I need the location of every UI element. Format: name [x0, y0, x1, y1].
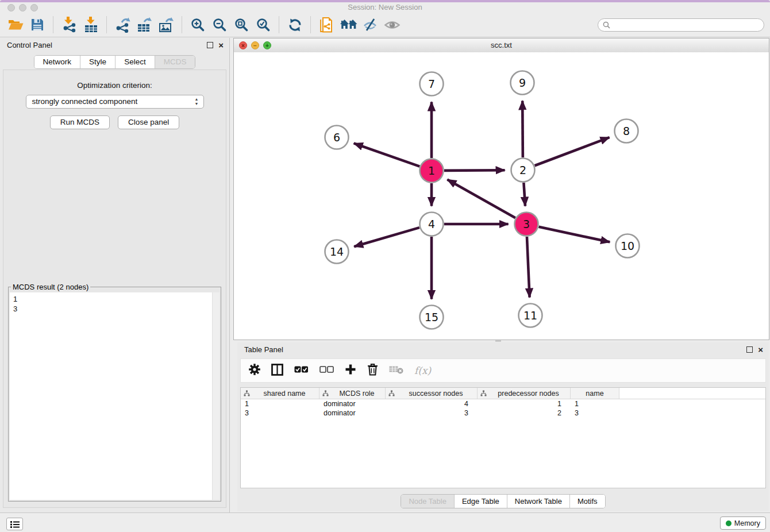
- table-cell[interactable]: dominator: [319, 408, 386, 418]
- zoom-out-button[interactable]: [209, 14, 230, 35]
- export-network-button[interactable]: [111, 14, 133, 35]
- node-table[interactable]: shared nameMCDS rolesuccessor nodesprede…: [240, 387, 766, 488]
- table-cell[interactable]: dominator: [319, 399, 386, 408]
- table-cell[interactable]: 1: [241, 399, 319, 408]
- node-9[interactable]: 9: [511, 71, 534, 95]
- mcds-result-box[interactable]: 13: [10, 292, 220, 500]
- network-minimize-icon[interactable]: −: [251, 41, 259, 49]
- save-session-button[interactable]: [26, 14, 48, 35]
- tab-select[interactable]: Select: [116, 56, 155, 68]
- column-header-name[interactable]: name: [571, 388, 619, 399]
- open-session-button[interactable]: [5, 14, 26, 35]
- float-table-panel-icon[interactable]: [746, 346, 753, 353]
- node-2[interactable]: 2: [511, 159, 535, 182]
- unchecked-boxes-icon: [319, 365, 334, 373]
- edge-2-8[interactable]: [535, 137, 610, 165]
- svg-text:1: 1: [428, 164, 435, 177]
- import-table-icon: [83, 17, 99, 33]
- edge-1-2[interactable]: [444, 170, 505, 171]
- control-panel-title: Control Panel: [7, 38, 52, 53]
- node-6[interactable]: 6: [325, 126, 349, 149]
- export-image-button[interactable]: [155, 14, 177, 35]
- network-zoom-icon[interactable]: +: [263, 41, 271, 49]
- close-table-panel-icon[interactable]: ×: [758, 346, 763, 353]
- table-cell[interactable]: 3: [571, 408, 619, 418]
- toolbar-separator: [182, 16, 182, 33]
- hide-selected-button[interactable]: [359, 14, 381, 35]
- control-panel-tabs: NetworkStyleSelectMCDS: [0, 55, 229, 69]
- node-1[interactable]: 1: [420, 159, 444, 183]
- mcds-tab-content: Optimization criterion: strongly connect…: [3, 70, 226, 508]
- new-network-from-file-button[interactable]: [315, 14, 337, 35]
- node-11[interactable]: 11: [519, 304, 542, 327]
- edge-2-3[interactable]: [523, 183, 525, 206]
- table-cell[interactable]: 3: [241, 408, 319, 418]
- criterion-select[interactable]: strongly connected component ▲▼: [26, 95, 204, 109]
- node-15[interactable]: 15: [420, 306, 444, 329]
- search-input[interactable]: [613, 20, 764, 29]
- main-toolbar: [0, 13, 770, 37]
- edge-2-9[interactable]: [522, 101, 523, 157]
- network-canvas[interactable]: 7968124314101511: [234, 52, 769, 340]
- close-panel-icon[interactable]: ×: [218, 41, 224, 49]
- edge-1-6[interactable]: [354, 143, 420, 166]
- node-14[interactable]: 14: [325, 240, 349, 264]
- close-panel-button[interactable]: Close panel: [118, 115, 179, 129]
- search-field[interactable]: [598, 18, 764, 32]
- column-header-successor-nodes[interactable]: successor nodes: [386, 388, 478, 399]
- task-history-button[interactable]: [6, 518, 23, 530]
- zoom-fit-button[interactable]: [230, 14, 252, 35]
- network-close-icon[interactable]: ×: [239, 41, 247, 49]
- node-10[interactable]: 10: [616, 234, 640, 258]
- show-home-button[interactable]: [337, 14, 359, 35]
- tab-mcds[interactable]: MCDS: [155, 56, 195, 68]
- table-cell[interactable]: 4: [386, 399, 478, 408]
- zoom-selected-button[interactable]: [252, 14, 274, 35]
- edge-3-11[interactable]: [527, 237, 530, 298]
- table-cell[interactable]: 3: [386, 408, 478, 418]
- gear-icon: [249, 364, 260, 375]
- zoom-in-button[interactable]: [187, 14, 209, 35]
- edge-3-10[interactable]: [539, 227, 610, 242]
- tab-edge-table[interactable]: Edge Table: [455, 495, 507, 508]
- table-cell[interactable]: 1: [571, 399, 619, 408]
- table-settings-button[interactable]: [249, 364, 260, 377]
- run-mcds-button[interactable]: Run MCDS: [50, 115, 110, 129]
- network-window-titlebar[interactable]: × − + scc.txt: [234, 38, 769, 53]
- split-column-button[interactable]: [271, 364, 283, 378]
- result-scrollbar[interactable]: [212, 292, 220, 500]
- edge-4-14[interactable]: [354, 228, 419, 246]
- apply-layout-button[interactable]: [284, 14, 306, 35]
- tab-node-table[interactable]: Node Table: [401, 495, 455, 508]
- add-column-button[interactable]: [345, 364, 356, 377]
- table-cell[interactable]: 2: [478, 408, 571, 418]
- export-table-button[interactable]: [133, 14, 155, 35]
- deselect-all-columns-button[interactable]: [319, 365, 334, 376]
- tab-network[interactable]: Network: [34, 56, 81, 68]
- node-7[interactable]: 7: [420, 72, 444, 96]
- column-header-shared-name[interactable]: shared name: [241, 388, 319, 399]
- edge-3-1[interactable]: [447, 179, 515, 218]
- tab-network-table[interactable]: Network Table: [507, 495, 570, 508]
- select-all-columns-button[interactable]: [294, 365, 309, 376]
- tab-motifs[interactable]: Motifs: [570, 495, 605, 508]
- node-4[interactable]: 4: [420, 213, 444, 236]
- svg-text:14: 14: [330, 245, 344, 258]
- delete-column-button[interactable]: [367, 363, 378, 378]
- panel-splitter-handle[interactable]: [495, 340, 501, 342]
- column-header-predecessor-nodes[interactable]: predecessor nodes: [478, 388, 571, 399]
- tab-style[interactable]: Style: [80, 56, 116, 68]
- node-3[interactable]: 3: [515, 213, 538, 236]
- import-network-button[interactable]: [58, 14, 80, 35]
- node-8[interactable]: 8: [615, 119, 638, 143]
- table-row[interactable]: 3dominator323: [241, 408, 765, 418]
- table-cell[interactable]: 1: [478, 399, 571, 408]
- memory-button[interactable]: Memory: [720, 516, 766, 530]
- show-all-button[interactable]: [381, 14, 403, 35]
- table-row[interactable]: 1dominator411: [241, 399, 765, 408]
- open-folder-icon: [8, 18, 24, 31]
- column-header-mcds-role[interactable]: MCDS role: [319, 388, 386, 399]
- import-table-button[interactable]: [80, 14, 102, 35]
- export-image-icon: [159, 17, 174, 33]
- float-panel-icon[interactable]: [207, 42, 213, 48]
